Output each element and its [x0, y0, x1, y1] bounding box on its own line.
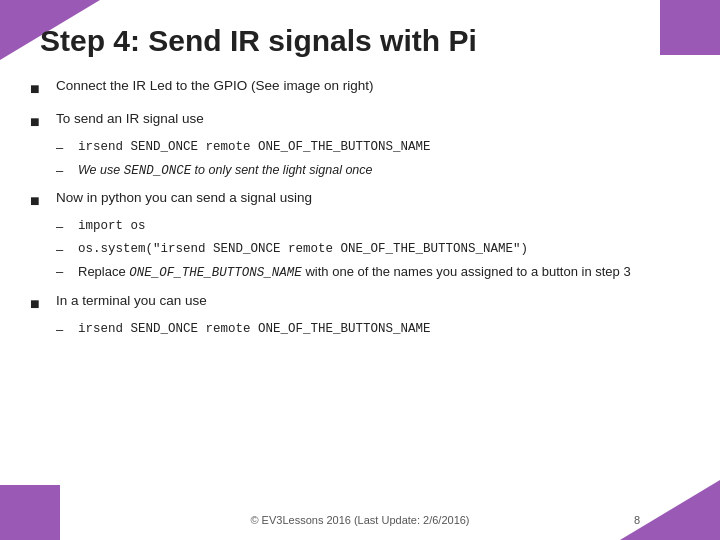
dash-marker-2-2: –: [56, 161, 74, 181]
bullet-marker-2: ■: [30, 110, 50, 134]
bullet-item-3: ■ Now in python you can send a signal us…: [30, 188, 690, 213]
bullet-item-2: ■ To send an IR signal use: [30, 109, 690, 134]
dash-item-4-1: – irsend SEND_ONCE remote ONE_OF_THE_BUT…: [30, 320, 690, 340]
dash-item-3-2: – os.system("irsend SEND_ONCE remote ONE…: [30, 240, 690, 260]
bullet-item-4: ■ In a terminal you can use: [30, 291, 690, 316]
dash-marker-2-1: –: [56, 138, 74, 158]
bullet-marker-1: ■: [30, 77, 50, 101]
dash-marker-3-2: –: [56, 240, 74, 260]
dash-item-2-2: – We use SEND_ONCE to only sent the ligh…: [30, 161, 690, 181]
page-number: 8: [634, 514, 640, 526]
dash-item-3-1: – import os: [30, 217, 690, 237]
bullet-text-2: To send an IR signal use: [56, 109, 204, 129]
footer-copyright: © EV3Lessons 2016 (Last Update: 2/6/2016…: [0, 514, 720, 526]
code-os-system: os.system("irsend SEND_ONCE remote ONE_O…: [78, 240, 528, 259]
slide-title: Step 4: Send IR signals with Pi: [30, 24, 690, 58]
slide-content: Step 4: Send IR signals with Pi ■ Connec…: [0, 0, 720, 540]
bullet-marker-3: ■: [30, 189, 50, 213]
bullet-text-1: Connect the IR Led to the GPIO (See imag…: [56, 76, 373, 96]
code-irsend-2: irsend SEND_ONCE remote ONE_OF_THE_BUTTO…: [78, 320, 431, 339]
dash-marker-3-1: –: [56, 217, 74, 237]
dash-marker-4-1: –: [56, 320, 74, 340]
dash-text-2-2: We use SEND_ONCE to only sent the light …: [78, 161, 373, 181]
code-send-once: SEND_ONCE: [124, 164, 192, 178]
bullet-marker-4: ■: [30, 292, 50, 316]
dash-marker-3-3: –: [56, 262, 74, 282]
dash-item-2-1: – irsend SEND_ONCE remote ONE_OF_THE_BUT…: [30, 138, 690, 158]
code-one-of-buttons: ONE_OF_THE_BUTTONS_NAME: [129, 266, 302, 280]
bullet-item-1: ■ Connect the IR Led to the GPIO (See im…: [30, 76, 690, 101]
bullet-text-4: In a terminal you can use: [56, 291, 207, 311]
dash-text-3-3: Replace ONE_OF_THE_BUTTONS_NAME with one…: [78, 262, 631, 283]
dash-item-3-3: – Replace ONE_OF_THE_BUTTONS_NAME with o…: [30, 262, 690, 283]
code-import-os: import os: [78, 217, 146, 236]
bullet-text-3: Now in python you can send a signal usin…: [56, 188, 312, 208]
code-irsend-1: irsend SEND_ONCE remote ONE_OF_THE_BUTTO…: [78, 138, 431, 157]
